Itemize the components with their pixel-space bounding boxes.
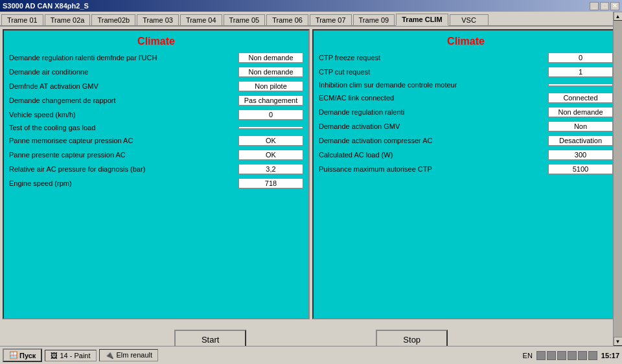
label-act-gmv: Demande activation GMV <box>319 122 546 130</box>
label-vehicle-speed: Vehicle speed (km/h) <box>9 111 236 119</box>
tab-trame02b[interactable]: Trame02b <box>91 14 135 25</box>
scrollbar: ▲ ▼ <box>613 12 622 346</box>
value-ctp-cut: 1 <box>548 67 613 77</box>
row-relative-pressure: Relative air AC pressure for diagnosis (… <box>9 164 303 174</box>
row-inhibition: Inhibition clim sur demande controle mot… <box>319 81 613 89</box>
value-cooling-gas <box>238 126 303 129</box>
label-puissance-max: Puissance maximum autorisee CTP <box>319 165 546 173</box>
language-indicator: EN <box>523 352 533 359</box>
scroll-track[interactable] <box>614 21 623 337</box>
row-cooling-gas: Test of the cooling gas load <box>9 124 303 131</box>
paint-icon: 🖼 <box>51 352 58 359</box>
row-act-compresser: Demande activation compresser AC Desacti… <box>319 135 613 146</box>
scroll-down-button[interactable]: ▼ <box>614 337 623 346</box>
row-act-gmv: Demande activation GMV Non <box>319 121 613 131</box>
window-controls: _ □ ✕ <box>590 2 619 10</box>
tab-trame04[interactable]: Trame 04 <box>180 14 222 25</box>
taskbar: 🪟 Пуск 🖼 14 - Paint 🔌 Elm renault EN 15:… <box>0 346 622 364</box>
row-changement: Demande changement de rapport Pas change… <box>9 95 303 106</box>
value-ac-load: 300 <box>548 150 613 160</box>
row-ecm-link: ECM/AC link connected Connected <box>319 93 613 103</box>
tray-icon-2 <box>547 351 556 360</box>
start-label: Пуск <box>19 352 36 359</box>
scroll-up-button[interactable]: ▲ <box>614 12 623 21</box>
left-panel: Climate Demande regulation ralenti demfn… <box>3 29 310 319</box>
value-inhibition <box>548 84 613 86</box>
row-ctp-freeze: CTP freeze request 0 <box>319 52 613 63</box>
tab-trame-clim[interactable]: Trame CLIM <box>396 14 448 26</box>
tab-trame07[interactable]: Trame 07 <box>310 14 352 25</box>
tab-trame05[interactable]: Trame 05 <box>224 14 266 25</box>
main-content: Climate Demande regulation ralenti demfn… <box>0 27 622 322</box>
label-ecm-link: ECM/AC link connected <box>319 94 546 102</box>
close-button[interactable]: ✕ <box>610 2 619 10</box>
label-inhibition: Inhibition clim sur demande controle mot… <box>319 81 546 89</box>
taskbar-right: EN 15:17 <box>523 351 619 360</box>
label-reg-ralenti: Demande regulation ralenti <box>319 108 546 116</box>
tab-trame09[interactable]: Trame 09 <box>353 14 395 25</box>
label-engine-speed: Engine speed (rpm) <box>9 179 236 187</box>
value-panne-pres: OK <box>238 150 303 160</box>
value-ctp-freeze: 0 <box>548 52 613 63</box>
row-ralenti-uch: Demande regulation ralenti demfnde par l… <box>9 52 303 63</box>
tray-icon-4 <box>568 351 577 360</box>
label-act-compresser: Demande activation compresser AC <box>319 137 546 144</box>
tray-icon-6 <box>588 351 597 360</box>
value-puissance-max: 5100 <box>548 164 613 174</box>
label-ac-load: Calculated AC load (W) <box>319 151 546 159</box>
value-air-cond: Non demande <box>238 67 303 77</box>
label-gmv: Demfnde AT activation GMV <box>9 82 236 90</box>
maximize-button[interactable]: □ <box>600 2 609 10</box>
label-ctp-freeze: CTP freeze request <box>319 54 546 62</box>
row-ctp-cut: CTP cut request 1 <box>319 67 613 77</box>
tab-vsc[interactable]: VSC <box>450 14 489 25</box>
start-menu-button[interactable]: 🪟 Пуск <box>3 348 42 362</box>
label-ralenti-uch: Demande regulation ralenti demfnde par l… <box>9 54 236 62</box>
tray-icon-3 <box>557 351 566 360</box>
tray-icons <box>536 351 597 360</box>
taskbar-elm[interactable]: 🔌 Elm renault <box>99 349 158 361</box>
row-panne-mem: Panne memorisee capteur pression AC OK <box>9 135 303 146</box>
label-ctp-cut: CTP cut request <box>319 68 546 76</box>
value-reg-ralenti: Non demande <box>548 107 613 117</box>
elm-icon: 🔌 <box>105 351 114 359</box>
row-air-cond: Demande air conditionne Non demande <box>9 67 303 77</box>
tray-icon-5 <box>578 351 587 360</box>
value-vehicle-speed: 0 <box>238 109 303 120</box>
label-panne-mem: Panne memorisee capteur pression AC <box>9 137 236 144</box>
row-gmv: Demfnde AT activation GMV Non pilote <box>9 81 303 91</box>
clock: 15:17 <box>601 352 619 359</box>
label-changement: Demande changement de rapport <box>9 97 236 104</box>
row-engine-speed: Engine speed (rpm) 718 <box>9 178 303 188</box>
windows-icon: 🪟 <box>9 351 18 359</box>
value-ralenti-uch: Non demande <box>238 52 303 63</box>
label-relative-pressure: Relative air AC pressure for diagnosis (… <box>9 165 236 173</box>
tab-trame02a[interactable]: Trame 02a <box>45 14 91 25</box>
right-panel-title: Climate <box>319 36 613 47</box>
tab-bar: Trame 01 Trame 02a Trame02b Trame 03 Tra… <box>0 12 622 27</box>
tab-trame03[interactable]: Trame 03 <box>137 14 179 25</box>
row-panne-pres: Panne presente capteur pression AC OK <box>9 150 303 160</box>
minimize-button[interactable]: _ <box>590 2 599 10</box>
label-air-cond: Demande air conditionne <box>9 68 236 76</box>
value-act-gmv: Non <box>548 121 613 131</box>
left-panel-title: Climate <box>9 36 303 47</box>
value-panne-mem: OK <box>238 135 303 146</box>
value-gmv: Non pilote <box>238 81 303 91</box>
tab-trame06[interactable]: Trame 06 <box>266 14 308 25</box>
label-panne-pres: Panne presente capteur pression AC <box>9 151 236 159</box>
value-ecm-link: Connected <box>548 93 613 103</box>
app-title: S3000 AD CAN X84ph2_S <box>3 2 89 10</box>
row-vehicle-speed: Vehicle speed (km/h) 0 <box>9 109 303 120</box>
value-engine-speed: 718 <box>238 178 303 188</box>
value-relative-pressure: 3,2 <box>238 164 303 174</box>
row-reg-ralenti: Demande regulation ralenti Non demande <box>319 107 613 117</box>
label-cooling-gas: Test of the cooling gas load <box>9 124 236 131</box>
taskbar-paint[interactable]: 🖼 14 - Paint <box>45 350 97 361</box>
row-puissance-max: Puissance maximum autorisee CTP 5100 <box>319 164 613 174</box>
tab-trame01[interactable]: Trame 01 <box>1 14 43 25</box>
tray-icon-1 <box>536 351 546 360</box>
value-changement: Pas changement <box>238 95 303 106</box>
title-bar: S3000 AD CAN X84ph2_S _ □ ✕ <box>0 0 622 12</box>
row-ac-load: Calculated AC load (W) 300 <box>319 150 613 160</box>
